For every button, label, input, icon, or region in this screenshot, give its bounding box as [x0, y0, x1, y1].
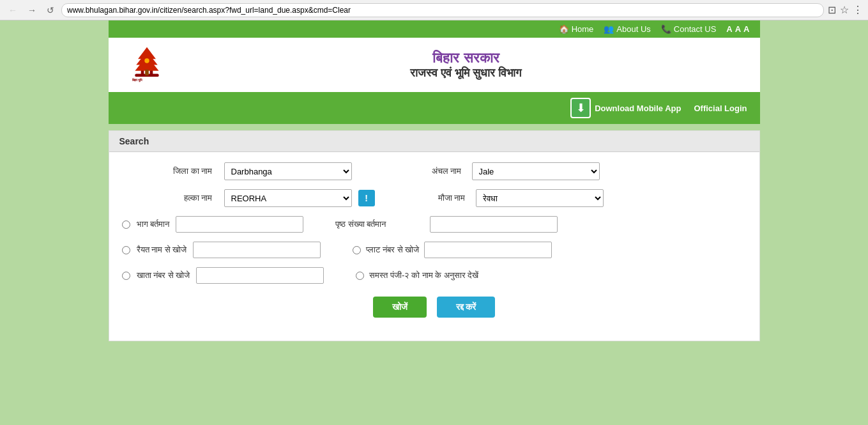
header-title: बिहार सरकार राजस्व एवं भूमि सुधार विभाग [185, 50, 747, 80]
halka-label: हल्का नाम [122, 193, 218, 203]
row-raiyat-plot: रैयत नाम से खोजे प्लाट नंबर से खोजे [122, 242, 747, 258]
raiyat-radio[interactable] [122, 246, 130, 254]
jila-select[interactable]: Darbhanga [224, 162, 352, 180]
sub-heading: राजस्व एवं भूमि सुधार विभाग [185, 66, 747, 80]
header: बिहार भूमि बिहार सरकार राजस्व एवं भूमि स… [109, 38, 760, 92]
home-icon: 🏠 [559, 24, 569, 34]
khata-input[interactable] [196, 267, 324, 284]
raiyat-radio-label: रैयत नाम से खोजे [137, 245, 187, 255]
home-label: Home [572, 24, 594, 34]
mauza-select[interactable]: रेवधा [476, 189, 604, 207]
bhag-radio[interactable] [122, 220, 130, 229]
search-header: Search [109, 131, 759, 152]
row-jila-anchal: जिला का नाम Darbhanga अंचल नाम Jale [122, 162, 747, 180]
about-link[interactable]: 👥 About Us [604, 24, 650, 34]
jila-label: जिला का नाम [122, 166, 218, 176]
contact-link[interactable]: 📞 Contact US [661, 24, 716, 34]
search-title: Search [119, 136, 149, 146]
bhag-radio-label: भाग बर्तमान [137, 219, 170, 229]
browser-icons: ⊡ ☆ ⋮ [828, 4, 863, 16]
contact-icon: 📞 [661, 24, 671, 34]
font-small-button[interactable]: A [743, 24, 749, 34]
contact-label: Contact US [674, 24, 716, 34]
samast-radio-label: समस्त पंजी-२ को नाम के अनुसार देखें [369, 270, 478, 281]
about-label: About Us [616, 24, 650, 34]
button-row: खोजें रद्द करें [122, 297, 747, 318]
search-button[interactable]: खोजें [373, 297, 427, 318]
plot-radio-label: प्लाट नंबर से खोजे [366, 245, 419, 255]
download-icon: ⬇ [570, 98, 591, 118]
raiyat-input[interactable] [193, 242, 321, 258]
official-login-link[interactable]: Official Login [694, 104, 747, 113]
screen-icon: ⊡ [828, 4, 836, 16]
font-medium-button[interactable]: A [735, 24, 741, 34]
reset-button[interactable]: रद्द करें [437, 297, 496, 318]
font-size-controls: A A A [726, 24, 749, 34]
back-button[interactable]: ← [5, 4, 20, 17]
page-wrapper: 🏠 Home 👥 About Us 📞 Contact US A A A [109, 20, 760, 425]
svg-text:बिहार भूमि: बिहार भूमि [131, 78, 142, 82]
bihar-logo-img: बिहार भूमि [128, 44, 166, 86]
halka-select[interactable]: REORHA [224, 189, 352, 207]
refresh-button[interactable]: ↺ [43, 4, 57, 17]
row-bhag-prish: भाग बर्तमान पृष्ठ संख्या बर्तमान [122, 216, 747, 233]
download-app-button[interactable]: ⬇ Download Mobile App [570, 98, 681, 118]
search-body: जिला का नाम Darbhanga अंचल नाम Jale हल्क… [109, 152, 759, 328]
samast-radio[interactable] [356, 272, 364, 280]
info-button[interactable]: ! [358, 190, 375, 206]
khata-radio-label: खाता नंबर से खोजे [137, 270, 190, 281]
address-bar[interactable] [61, 3, 824, 17]
svg-point-4 [144, 58, 149, 63]
secondary-bar: ⬇ Download Mobile App Official Login [109, 92, 760, 124]
row-khata-samast: खाता नंबर से खोजे समस्त पंजी-२ को नाम के… [122, 267, 747, 284]
anchal-label: अंचल नाम [397, 166, 467, 176]
search-container: Search जिला का नाम Darbhanga अंचल नाम Ja… [109, 130, 760, 341]
star-icon[interactable]: ☆ [840, 4, 849, 16]
download-app-label: Download Mobile App [595, 104, 681, 113]
prish-label: पृष्ठ संख्या बर्तमान [335, 219, 425, 229]
anchal-select[interactable]: Jale [472, 162, 600, 180]
plot-radio[interactable] [353, 246, 361, 254]
top-nav: 🏠 Home 👥 About Us 📞 Contact US A A A [109, 20, 760, 38]
forward-button[interactable]: → [24, 4, 40, 17]
plot-input[interactable] [424, 242, 552, 258]
row-halka-mauza: हल्का नाम REORHA ! मौजा नाम रेवधा [122, 189, 747, 207]
logo-area: बिहार भूमि [121, 44, 172, 86]
menu-icon[interactable]: ⋮ [853, 4, 863, 16]
svg-rect-3 [145, 70, 149, 75]
prish-input[interactable] [430, 216, 558, 233]
mauza-label: मौजा नाम [400, 193, 471, 203]
bhag-input[interactable] [176, 216, 303, 233]
main-heading: बिहार सरकार [185, 50, 747, 66]
font-large-button[interactable]: A [726, 24, 732, 34]
home-link[interactable]: 🏠 Home [559, 24, 594, 34]
about-icon: 👥 [604, 24, 614, 34]
khata-radio[interactable] [122, 272, 130, 280]
browser-bar: ← → ↺ ⊡ ☆ ⋮ [0, 0, 868, 20]
